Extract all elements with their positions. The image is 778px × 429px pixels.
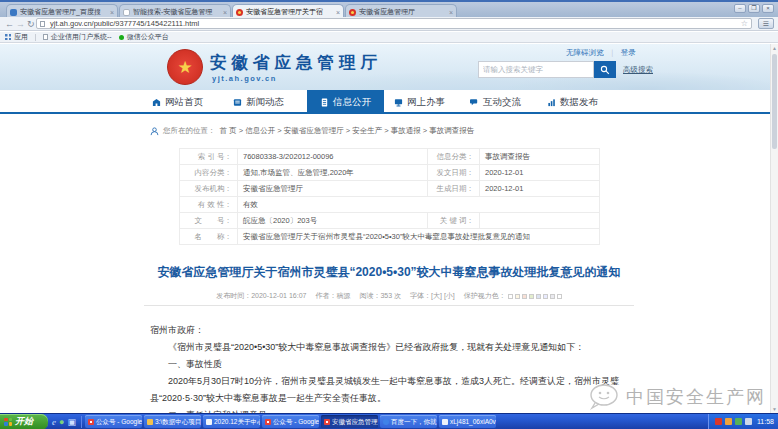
task-button-baidu[interactable]: 百度一下，你就知... (380, 415, 437, 428)
accessibility-link[interactable]: 无障碍浏览 (566, 48, 604, 58)
page-scrollbar[interactable]: ▲ ▼ (770, 44, 778, 413)
chrome-icon (324, 419, 330, 425)
nav-item-online-services[interactable]: 网上办事 (394, 90, 445, 114)
monitor-icon (394, 98, 403, 107)
eye-color-swatch[interactable] (508, 294, 513, 299)
bookmark-wechat-platform[interactable]: 微信公众平台 (119, 32, 169, 42)
task-button-data-center-folder[interactable]: 3:\数据中心项目 (144, 415, 201, 428)
table-row: 名 称： 安徽省应急管理厅关于宿州市灵璧县“2020•5•30”较大中毒窒息事故… (180, 229, 600, 245)
tab-label: 安徽省应急管理厅_百度搜 (20, 7, 107, 17)
tab-close-icon[interactable]: × (336, 9, 340, 16)
forward-icon[interactable]: → (16, 18, 25, 30)
scrollbar-thumb[interactable] (772, 54, 777, 149)
minimize-button[interactable]: – (734, 4, 746, 13)
task-label: 百度一下，你就知... (391, 415, 437, 428)
nav-label: 互动交流 (483, 96, 521, 109)
scroll-up-icon[interactable]: ▲ (771, 44, 778, 52)
show-desktop-icon[interactable]: ● (59, 417, 64, 427)
nav-label: 网上办事 (407, 96, 445, 109)
bookmark-star-icon[interactable]: ☆ (741, 19, 748, 29)
start-button[interactable]: 开始 (0, 414, 48, 429)
nav-item-data-release[interactable]: 数据发布 (547, 90, 598, 114)
bookmark-enterprise-portal[interactable]: 企业信用门户系统-- (43, 32, 112, 42)
eye-protect-group: 保护视力色： (464, 291, 562, 301)
task-button-document[interactable]: xLj481_06xiA0v70... (439, 415, 496, 428)
meta-label: 有 效 性： (180, 197, 238, 213)
meta-value: 安徽省应急管理厅 (238, 181, 428, 197)
task-button-chrome-official-account[interactable]: 公众号 - Google ... (85, 415, 142, 428)
meta-label: 内容分类： (180, 165, 238, 181)
task-button-chrome-official-account-2[interactable]: 公众号 - Google ... (262, 415, 319, 428)
browser-menu-icon[interactable]: ☰ (758, 18, 774, 29)
meta-label: 文 号： (180, 213, 238, 229)
login-link[interactable]: 登录 (621, 48, 636, 58)
breadcrumb-prefix: 您所在的位置： (163, 126, 216, 136)
tab-close-icon[interactable]: × (449, 9, 453, 16)
article-body: 宿州市政府： 《宿州市灵璧县“2020•5•30”较大中毒窒息事故调查报告》已经… (150, 322, 628, 413)
nav-item-interaction[interactable]: 互动交流 (470, 90, 521, 114)
font-size-controls[interactable]: 字体：[大] [小] (410, 291, 455, 301)
apps-grid-icon (5, 34, 11, 40)
site-domain: yjt.ah.gov.cn (212, 74, 277, 83)
tray-security-icon[interactable] (715, 418, 722, 425)
eye-color-swatch[interactable] (515, 294, 520, 299)
file-icon (442, 419, 448, 425)
top-links-divider: ｜ (609, 48, 616, 58)
bookmark-page-icon (43, 34, 48, 40)
back-icon[interactable]: ← (5, 18, 14, 30)
nav-item-home[interactable]: 网站首页 (152, 90, 203, 114)
nav-item-info-disclosure[interactable]: 信息公开 (307, 90, 384, 114)
eye-color-swatch[interactable] (550, 294, 555, 299)
screen: 安徽省应急管理厅_百度搜 × 智能搜索-安徽省应急管理 × 安徽省应急管理厅关于… (0, 0, 778, 429)
tray-network-icon[interactable] (735, 418, 742, 425)
tray-update-icon[interactable] (725, 418, 732, 425)
media-player-icon[interactable]: ▣ (67, 417, 76, 427)
tab-label: 安徽省应急管理厅 (359, 7, 446, 17)
wechat-icon (119, 35, 124, 40)
page-favicon (123, 9, 130, 16)
nav-item-news[interactable]: 新闻动态 (233, 90, 284, 114)
address-bar[interactable]: yjt.ah.gov.cn/public/9377745/145422111.h… (36, 18, 752, 29)
table-row: 索 引 号： 76080338-3/202012-00096 信息分类： 事故调… (180, 149, 600, 165)
news-icon (233, 98, 242, 107)
scroll-down-icon[interactable]: ▼ (771, 405, 778, 413)
apps-button[interactable]: 应用 (5, 32, 28, 42)
main-nav: 网站首页 新闻动态 信息公开 网上办事 互动交流 数据发布 (0, 90, 770, 114)
eye-color-swatch[interactable] (536, 294, 541, 299)
task-label: 公众号 - Google ... (273, 415, 319, 428)
location-person-icon (150, 127, 159, 136)
start-label: 开始 (15, 415, 33, 428)
bookmark-label: 企业信用门户系统-- (51, 32, 112, 42)
chat-icon (470, 98, 479, 107)
eye-color-swatch[interactable] (522, 294, 527, 299)
search-icon (600, 65, 610, 75)
ie-icon[interactable]: e (52, 417, 56, 427)
meta-label: 名 称： (180, 229, 238, 245)
tab-close-icon[interactable]: × (223, 9, 227, 16)
tab-close-icon[interactable]: × (110, 9, 114, 16)
eye-color-swatch[interactable] (543, 294, 548, 299)
page-icon (40, 21, 45, 27)
reload-icon[interactable]: ↻ (27, 18, 35, 30)
task-button-yjt-site-active[interactable]: 安徽省应急管理厅... (321, 415, 378, 428)
browser-tab-strip: 安徽省应急管理厅_百度搜 × 智能搜索-安徽省应急管理 × 安徽省应急管理厅关于… (0, 0, 778, 17)
advanced-search-link[interactable]: 高级搜索 (623, 65, 653, 75)
maximize-button[interactable]: ❐ (748, 4, 760, 13)
bookmarks-divider (35, 34, 36, 41)
taskbar-clock[interactable]: 11:58 (755, 418, 774, 425)
search-input[interactable] (478, 61, 594, 78)
document-icon (320, 98, 329, 107)
nav-label: 信息公开 (333, 96, 371, 109)
close-button[interactable]: × (762, 4, 774, 13)
table-row: 有 效 性： 有效 (180, 197, 600, 213)
task-label: xLj481_06xiA0v70... (450, 415, 496, 428)
search-button[interactable] (594, 61, 616, 78)
breadcrumb-trail[interactable]: 首 页 > 信息公开 > 安徽省应急管理厅 > 安全生产 > 事故通报 > 事故… (220, 126, 475, 136)
eye-color-swatch[interactable] (529, 294, 534, 299)
task-button-notepad-doc[interactable]: 2020.12关于中心... (203, 415, 260, 428)
eye-color-swatch[interactable] (557, 294, 562, 299)
table-row: 内容分类： 通知,市场监管、应急管理,2020年 发文日期： 2020-12-0… (180, 165, 600, 181)
tray-volume-icon[interactable] (745, 418, 752, 425)
meta-label: 索 引 号： (180, 149, 238, 165)
meta-value (480, 213, 600, 229)
